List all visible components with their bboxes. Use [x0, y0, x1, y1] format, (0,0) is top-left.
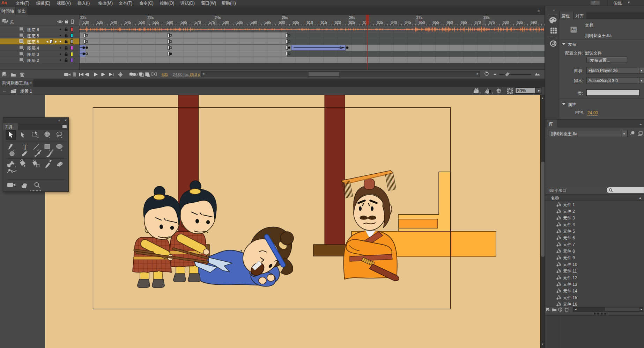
svg-text:T: T: [23, 143, 27, 151]
